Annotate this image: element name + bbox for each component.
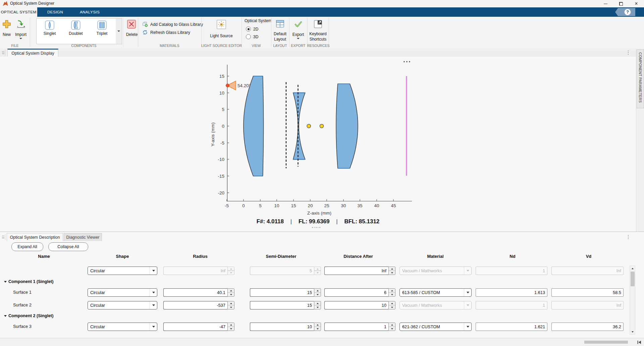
component-group-row[interactable]: Component 2 (Singlet) xyxy=(4,313,53,318)
spinner-down-icon[interactable] xyxy=(314,292,321,296)
table-scrollbar[interactable] xyxy=(630,266,635,335)
minimize-button[interactable] xyxy=(598,0,613,7)
radio-3d[interactable]: 3D xyxy=(246,34,258,39)
light-source-point[interactable] xyxy=(226,84,229,87)
chevron-down-icon[interactable] xyxy=(150,289,157,296)
distance-after-spinner[interactable]: 10 xyxy=(324,301,395,309)
spinner-down-icon[interactable] xyxy=(228,327,234,331)
semi-diameter-spinner[interactable]: 15 xyxy=(250,288,321,297)
scroll-up-icon[interactable] xyxy=(630,266,635,271)
lens-1-shape[interactable] xyxy=(244,76,264,176)
chevron-down-icon[interactable] xyxy=(150,301,157,309)
lens-2-shape[interactable] xyxy=(293,93,305,160)
spinner[interactable] xyxy=(314,323,321,331)
triplet-button[interactable]: Triplet xyxy=(89,18,115,44)
material-dropdown[interactable]: 613-585 / CUSTOM xyxy=(399,288,472,297)
distance-after-spinner[interactable]: 1 xyxy=(324,323,395,331)
singlet-button[interactable]: Singlet xyxy=(37,18,63,44)
spinner-down-icon[interactable] xyxy=(228,305,234,309)
tab-optical-system[interactable]: OPTICAL SYSTEM xyxy=(0,7,37,17)
spinner-down-icon[interactable] xyxy=(314,305,321,309)
spinner-up-icon[interactable] xyxy=(389,289,395,292)
scrollbar-thumb[interactable] xyxy=(631,272,635,286)
expand-all-button[interactable]: Expand All xyxy=(11,242,43,251)
radius-spinner[interactable]: 40.1 xyxy=(163,288,234,297)
spinner-up-icon[interactable] xyxy=(228,301,234,305)
spinner[interactable] xyxy=(227,288,234,297)
spinner-down-icon[interactable] xyxy=(228,292,234,296)
semi-diameter-spinner[interactable]: 15 xyxy=(250,301,321,309)
spinner[interactable] xyxy=(388,301,395,309)
tab-diagnostic-viewer[interactable]: Diagnostic Viewer xyxy=(64,233,102,241)
scroll-down-icon[interactable] xyxy=(630,329,635,334)
component-group-row[interactable]: Component 1 (Singlet) xyxy=(4,279,53,284)
spinner[interactable] xyxy=(314,288,321,297)
collapse-triangle-icon[interactable] xyxy=(4,315,7,317)
shape-dropdown[interactable]: Circular xyxy=(88,323,157,331)
drag-grip-icon[interactable] xyxy=(1,50,5,56)
shape-dropdown[interactable]: Circular xyxy=(88,267,157,275)
spinner[interactable] xyxy=(388,323,395,331)
spinner-down-icon[interactable] xyxy=(389,305,395,309)
horizontal-scrollbar-thumb[interactable] xyxy=(584,341,628,344)
chevron-down-icon[interactable] xyxy=(464,323,471,331)
optical-system-plot[interactable]: -5 0 5 10 15 20 25 30 35 40 45 15 10 5 0… xyxy=(0,57,636,231)
close-button[interactable]: × xyxy=(629,0,644,7)
distance-after-spinner[interactable]: Inf xyxy=(324,267,395,275)
spinner[interactable] xyxy=(388,267,395,275)
chevron-down-icon[interactable] xyxy=(150,323,157,331)
drag-grip-icon[interactable] xyxy=(1,234,5,240)
spinner-up-icon[interactable] xyxy=(389,301,395,305)
dock-panel-icon[interactable] xyxy=(637,340,642,345)
spinner-up-icon[interactable] xyxy=(228,323,234,327)
spinner-up-icon[interactable] xyxy=(389,323,395,327)
tab-design[interactable]: DESIGN xyxy=(40,7,70,17)
shape-dropdown[interactable]: Circular xyxy=(88,301,157,309)
lens-3-shape[interactable] xyxy=(336,84,358,168)
spinner-up-icon[interactable] xyxy=(228,289,234,292)
panel-menu-icon[interactable] xyxy=(626,234,631,240)
nd-field[interactable]: 1.621 xyxy=(476,323,547,331)
axes-menu-icon[interactable] xyxy=(404,61,410,62)
spinner[interactable] xyxy=(227,301,234,309)
tab-optical-system-display[interactable]: Optical System Display xyxy=(7,49,58,57)
nd-field[interactable]: 1.613 xyxy=(476,288,547,297)
spinner-up-icon[interactable] xyxy=(314,323,321,327)
spinner-up-icon[interactable] xyxy=(314,289,321,292)
vd-field[interactable]: 36.2 xyxy=(551,323,624,331)
tab-optical-system-description[interactable]: Optical System Description xyxy=(7,233,63,241)
spinner[interactable] xyxy=(314,301,321,309)
shape-dropdown[interactable]: Circular xyxy=(88,288,157,297)
restore-button[interactable] xyxy=(613,0,629,7)
collapse-triangle-icon[interactable] xyxy=(4,281,7,283)
radius-spinner[interactable]: -47 xyxy=(163,323,234,331)
chevron-down-icon[interactable] xyxy=(464,289,471,296)
help-button[interactable]: ? xyxy=(615,8,635,16)
spinner-down-icon[interactable] xyxy=(389,271,395,275)
spinner-down-icon[interactable] xyxy=(314,327,321,331)
add-catalog-button[interactable]: Add Catalog to Glass Library xyxy=(142,21,203,27)
collapse-all-button[interactable]: Collapse All xyxy=(48,242,88,251)
splitter-handle[interactable] xyxy=(312,227,320,228)
refresh-glass-library-button[interactable]: Refresh Glass Library xyxy=(142,30,190,35)
focal-point-2[interactable] xyxy=(320,124,324,128)
semi-diameter-spinner[interactable]: 10 xyxy=(250,323,321,331)
tab-analysis[interactable]: ANALYSIS xyxy=(73,7,106,17)
spinner-down-icon[interactable] xyxy=(389,327,395,331)
material-dropdown[interactable]: 621-362 / CUSTOM xyxy=(399,323,472,331)
spinner-up-icon[interactable] xyxy=(314,301,321,305)
vd-field[interactable]: 58.5 xyxy=(551,288,624,297)
spinner-down-icon[interactable] xyxy=(389,292,395,296)
spinner-up-icon[interactable] xyxy=(389,267,395,271)
spinner[interactable] xyxy=(388,288,395,297)
distance-after-spinner[interactable]: 6 xyxy=(324,288,395,297)
component-parameters-tab[interactable]: COMPONENT PARAMETERS xyxy=(637,49,644,108)
doublet-button[interactable]: Doublet xyxy=(63,18,89,44)
radius-spinner[interactable]: -537 xyxy=(163,301,234,309)
panel-menu-icon[interactable] xyxy=(626,50,631,56)
focal-point-1[interactable] xyxy=(307,124,311,128)
spinner[interactable] xyxy=(227,323,234,331)
radio-2d[interactable]: 2D xyxy=(246,26,258,32)
gallery-dropdown-button[interactable] xyxy=(116,18,122,44)
chevron-down-icon[interactable] xyxy=(150,267,157,275)
